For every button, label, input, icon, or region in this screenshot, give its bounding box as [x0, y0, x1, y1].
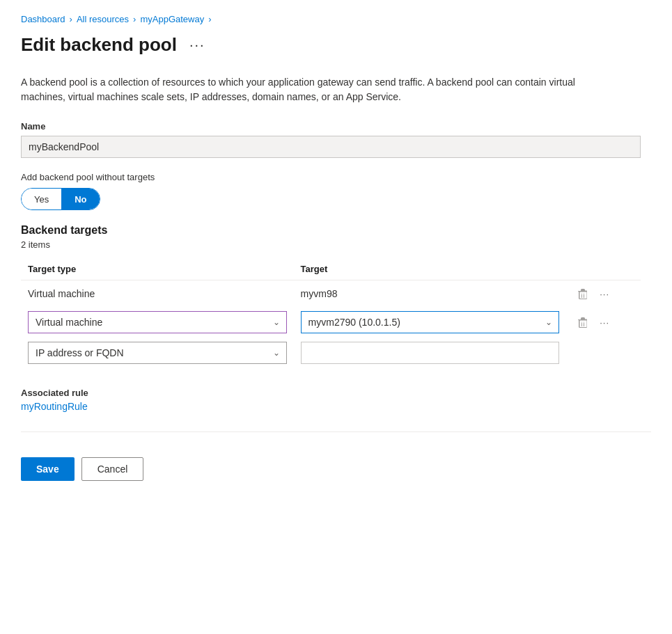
toggle-no-button[interactable]: No — [62, 189, 99, 209]
table-row: IP address or FQDN Virtual machine ⌄ — [21, 338, 641, 368]
name-input[interactable] — [21, 136, 641, 158]
save-button[interactable]: Save — [21, 457, 75, 481]
row1-type: Virtual machine — [28, 288, 95, 299]
col-header-type: Target type — [21, 258, 294, 280]
table-header-row: Target type Target — [21, 258, 641, 280]
breadcrumb-sep-1: › — [70, 14, 72, 24]
row2-target-select[interactable]: myvm2790 (10.0.1.5) myvm98 (10.0.1.4) — [301, 311, 560, 333]
items-count: 2 items — [21, 239, 651, 250]
backend-targets-table: Target type Target Virtual machine myvm9… — [21, 258, 641, 368]
breadcrumb-sep-2: › — [133, 14, 136, 24]
description-text: A backend pool is a collection of resour… — [21, 75, 592, 104]
row3-type-dropdown-wrapper: IP address or FQDN Virtual machine ⌄ — [28, 342, 287, 364]
row3-target-input[interactable] — [301, 342, 560, 364]
col-header-actions — [566, 258, 641, 280]
cancel-button[interactable]: Cancel — [81, 457, 144, 481]
trash-icon — [577, 317, 588, 328]
associated-rule-label: Associated rule — [21, 388, 651, 398]
breadcrumb-all-resources[interactable]: All resources — [77, 14, 129, 24]
name-label: Name — [21, 121, 651, 132]
row1-more-button[interactable]: ··· — [595, 286, 614, 302]
table-row: Virtual machine myvm98 ··· — [21, 280, 641, 308]
row1-target: myvm98 — [301, 288, 338, 299]
trash-icon — [577, 289, 588, 300]
row2-target-dropdown-wrapper: myvm2790 (10.0.1.5) myvm98 (10.0.1.4) ⌄ — [301, 311, 560, 333]
row2-delete-button[interactable] — [573, 313, 593, 331]
breadcrumb-app-gateway[interactable]: myAppGateway — [140, 14, 204, 24]
row2-type-select[interactable]: Virtual machine IP address or FQDN — [28, 311, 287, 333]
toggle-yes-button[interactable]: Yes — [22, 189, 62, 209]
page-title: Edit backend pool — [21, 34, 177, 56]
associated-rule-section: Associated rule myRoutingRule — [21, 388, 651, 412]
row2-more-button[interactable]: ··· — [595, 315, 614, 331]
table-row: Virtual machine IP address or FQDN ⌄ myv… — [21, 307, 641, 338]
breadcrumb-dashboard[interactable]: Dashboard — [21, 14, 65, 24]
breadcrumb: Dashboard › All resources › myAppGateway… — [21, 14, 651, 24]
footer-divider — [21, 431, 651, 432]
col-header-target: Target — [294, 258, 567, 280]
breadcrumb-sep-3: › — [208, 14, 211, 24]
backend-targets-title: Backend targets — [21, 224, 651, 237]
toggle-switch: Yes No — [21, 188, 100, 210]
page-menu-button[interactable]: ··· — [185, 35, 210, 54]
row2-type-dropdown-wrapper: Virtual machine IP address or FQDN ⌄ — [28, 311, 287, 333]
toggle-label: Add backend pool without targets — [21, 172, 651, 182]
footer-buttons: Save Cancel — [21, 446, 651, 481]
associated-rule-link[interactable]: myRoutingRule — [21, 401, 88, 412]
row1-delete-button[interactable] — [573, 285, 593, 303]
row3-type-select[interactable]: IP address or FQDN Virtual machine — [28, 342, 287, 364]
